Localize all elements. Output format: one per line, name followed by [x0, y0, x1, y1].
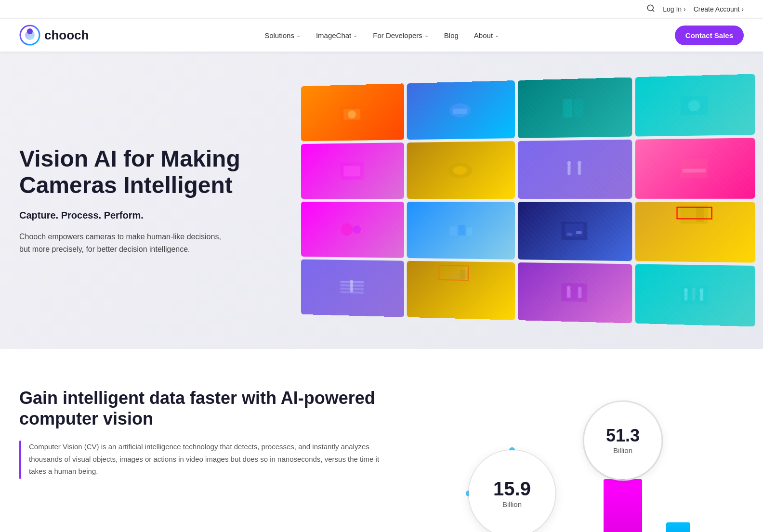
camera-cell [301, 260, 404, 317]
svg-point-8 [449, 103, 471, 118]
main-nav: chooch Solutions ⌄ ImageChat ⌄ For Devel… [0, 19, 763, 52]
camera-cell [407, 261, 515, 320]
contact-sales-button[interactable]: Contact Sales [675, 26, 744, 45]
stat-wrapper-1: 15.9 Billion [464, 445, 560, 532]
camera-cell [635, 264, 755, 326]
svg-point-58 [700, 288, 704, 292]
section-intelligent-data: Gain intelligent data faster with AI-pow… [0, 349, 763, 532]
svg-rect-33 [681, 205, 708, 224]
svg-point-16 [448, 162, 473, 178]
svg-rect-57 [700, 291, 703, 301]
logo[interactable]: chooch [19, 25, 89, 46]
svg-point-20 [567, 161, 571, 165]
camera-cell [635, 138, 755, 199]
svg-rect-36 [340, 281, 363, 283]
svg-rect-47 [565, 288, 583, 300]
section2-quote: Computer Vision (CV) is an artificial in… [29, 441, 382, 479]
camera-cell [518, 140, 632, 199]
stat-number-1: 15.9 [493, 479, 531, 498]
svg-rect-15 [343, 166, 360, 176]
svg-rect-19 [578, 164, 581, 175]
search-icon[interactable] [646, 4, 655, 14]
stat-wrapper-2: 51.3 Billion [579, 397, 666, 484]
svg-rect-22 [681, 159, 708, 178]
chevron-down-icon: ⌄ [424, 32, 429, 39]
nav-item-imagechat[interactable]: ImageChat ⌄ [316, 31, 357, 39]
chevron-down-icon: ⌄ [495, 32, 499, 39]
svg-rect-45 [464, 279, 471, 280]
svg-rect-48 [567, 289, 571, 298]
chevron-down-icon: ⌄ [353, 32, 357, 39]
svg-rect-30 [565, 224, 583, 237]
svg-rect-6 [343, 109, 360, 119]
svg-rect-5 [340, 105, 363, 121]
svg-rect-32 [576, 231, 582, 234]
svg-rect-55 [692, 290, 695, 300]
nav-item-blog[interactable]: Blog [444, 31, 459, 39]
svg-rect-38 [340, 287, 363, 290]
svg-line-1 [653, 10, 654, 11]
hero-subtitle: Capture. Process. Perform. [19, 210, 270, 221]
hero-description: Chooch empowers cameras to make human-li… [19, 231, 231, 255]
hero-section: Vision AI for Making Cameras Intelligent… [0, 52, 763, 349]
bar-chart-wrapper: 51.3 Billion [579, 397, 690, 532]
camera-cell [518, 202, 632, 261]
section2-right: 15.9 Billion 51.3 Billion [410, 388, 744, 532]
svg-rect-29 [561, 222, 587, 240]
create-account-link[interactable]: Create Account › [694, 5, 744, 13]
stat-circle-1: 15.9 Billion [469, 450, 555, 532]
top-bar: Log In › Create Account › [0, 0, 763, 19]
svg-point-41 [350, 280, 353, 283]
svg-rect-26 [449, 227, 457, 236]
svg-rect-37 [340, 284, 363, 286]
svg-point-54 [684, 288, 688, 292]
svg-rect-18 [567, 164, 570, 175]
svg-rect-50 [578, 290, 582, 298]
svg-point-4 [27, 28, 33, 34]
bar-blue [666, 522, 690, 532]
camera-cell [301, 202, 404, 258]
nav-item-solutions[interactable]: Solutions ⌄ [264, 31, 301, 39]
svg-rect-23 [683, 169, 706, 172]
svg-rect-10 [563, 99, 572, 117]
bar-magenta [604, 479, 642, 532]
svg-point-17 [453, 166, 467, 175]
svg-point-21 [578, 161, 581, 165]
camera-cell [407, 202, 515, 260]
nav-item-for-developers[interactable]: For Developers ⌄ [373, 31, 429, 39]
svg-point-13 [688, 100, 700, 111]
stat-label-1: Billion [502, 500, 522, 508]
svg-rect-34 [684, 207, 692, 221]
svg-rect-9 [453, 108, 467, 114]
svg-rect-14 [340, 162, 363, 180]
chevron-down-icon: ⌄ [296, 32, 301, 39]
nav-item-about[interactable]: About ⌄ [474, 31, 499, 39]
camera-cell [518, 77, 632, 138]
svg-rect-28 [467, 227, 473, 235]
stat-number-2: 51.3 [606, 427, 640, 444]
svg-point-7 [348, 110, 356, 119]
camera-cell [635, 202, 755, 263]
svg-rect-27 [459, 225, 466, 235]
section2-blockquote: Computer Vision (CV) is an artificial in… [19, 441, 382, 479]
svg-rect-35 [696, 207, 704, 222]
nav-links: Solutions ⌄ ImageChat ⌄ For Developers ⌄… [264, 31, 499, 39]
svg-point-24 [341, 223, 353, 236]
camera-cell [518, 262, 632, 323]
svg-rect-53 [684, 291, 687, 300]
stat-label-2: Billion [613, 446, 632, 454]
camera-cell [301, 143, 404, 199]
svg-point-49 [567, 286, 571, 290]
svg-rect-43 [460, 270, 469, 281]
login-link[interactable]: Log In › [663, 5, 685, 13]
svg-rect-52 [681, 285, 708, 305]
svg-rect-39 [340, 291, 363, 294]
camera-cell [407, 80, 515, 140]
logo-text: chooch [44, 28, 89, 43]
camera-cell [301, 83, 404, 141]
svg-rect-42 [449, 273, 460, 281]
svg-point-56 [692, 287, 696, 291]
svg-point-25 [353, 225, 361, 234]
svg-rect-44 [465, 266, 467, 281]
svg-point-51 [578, 286, 582, 290]
